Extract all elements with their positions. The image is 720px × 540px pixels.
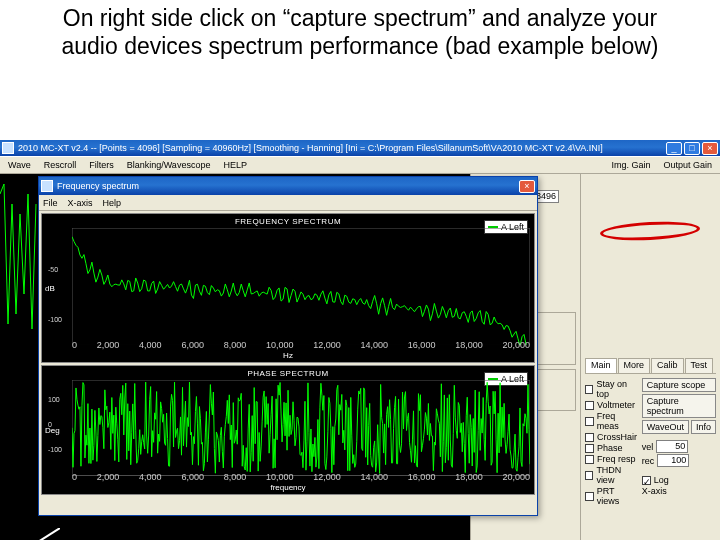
tb-rescroll[interactable]: Rescroll (38, 159, 83, 171)
freq-xlabel: Hz (42, 351, 534, 360)
window-title: 2010 MC-XT v2.4 -- [Points = 4096] [Samp… (18, 143, 666, 153)
freq-chart-title: FREQUENCY SPECTRUM (42, 217, 534, 226)
tb-img-gain[interactable]: Img. Gain (605, 159, 656, 171)
checklist-col: Stay on top Voltmeter Freq meas CrossHai… (585, 378, 638, 507)
popup-titlebar: Frequency spectrum × (39, 177, 537, 195)
phase-chart: PHASE SPECTRUM A Left Deg 100 0 -100 02,… (41, 365, 535, 495)
tb-wave[interactable]: Wave (2, 159, 37, 171)
rec-label: rec (642, 456, 655, 466)
freq-ytick-50: -50 (48, 266, 58, 273)
popup-icon (41, 180, 53, 192)
tab-more[interactable]: More (618, 358, 651, 373)
rec-input[interactable]: 100 (657, 454, 689, 467)
tab-main[interactable]: Main (585, 358, 617, 373)
phase-xticks: 02,0004,0006,0008,00010,00012,00014,0001… (72, 472, 530, 482)
app-icon (2, 142, 14, 154)
crosshair-check[interactable] (585, 433, 594, 442)
phase-chart-title: PHASE SPECTRUM (42, 369, 534, 378)
capture-spectrum-button[interactable]: Capture spectrum (642, 394, 716, 418)
tb-help[interactable]: HELP (217, 159, 253, 171)
capture-scope-button[interactable]: Capture scope (642, 378, 716, 392)
popup-title-text: Frequency spectrum (57, 181, 519, 191)
freqmeas-check[interactable] (585, 417, 594, 426)
stayontop-check[interactable] (585, 385, 593, 394)
info-button[interactable]: Info (691, 420, 716, 434)
vel-label: vel (642, 442, 654, 452)
waveout-button[interactable]: WaveOut (642, 420, 689, 434)
log-check[interactable]: ✓ (642, 476, 651, 485)
tb-output-gain[interactable]: Output Gain (657, 159, 718, 171)
phase-check[interactable] (585, 444, 594, 453)
thdn-label: THDN view (596, 465, 637, 485)
tab-test[interactable]: Test (685, 358, 714, 373)
freqresp-check[interactable] (585, 455, 594, 464)
popup-menu-help[interactable]: Help (103, 198, 122, 208)
popup-menu: File X-axis Help (39, 195, 537, 211)
slide-title: On right side click on “capture spectrum… (0, 0, 720, 60)
popup-close-button[interactable]: × (519, 180, 535, 193)
minimize-button[interactable]: _ (666, 142, 682, 155)
prt-check[interactable] (585, 492, 594, 501)
voltmeter-label: Voltmeter (597, 400, 635, 410)
freq-ytick-100: -100 (48, 316, 62, 323)
phase-plot-svg (72, 380, 530, 476)
phase-ytick-0: 0 (48, 421, 52, 428)
phase-ytick-100: 100 (48, 396, 60, 403)
tb-filters[interactable]: Filters (83, 159, 120, 171)
stayontop-label: Stay on top (596, 379, 637, 399)
right-tabs: Main More Calib Test (585, 358, 716, 374)
phase-xlabel: frequency (42, 483, 534, 492)
main-toolbar: Wave Rescroll Filters Blanking/Wavescope… (0, 156, 720, 174)
xaxis-label: X-axis (642, 486, 667, 496)
buttons-col: Capture scope Capture spectrum WaveOut I… (642, 378, 716, 507)
tab-calib[interactable]: Calib (651, 358, 684, 373)
prt-label: PRT views (597, 486, 638, 506)
close-button[interactable]: × (702, 142, 718, 155)
freqmeas-label: Freq meas (597, 411, 638, 431)
phase-ytick-n100: -100 (48, 446, 62, 453)
maximize-button[interactable]: □ (684, 142, 700, 155)
phase-label: Phase (597, 443, 623, 453)
vel-input[interactable]: 50 (656, 440, 688, 453)
freq-xticks: 02,0004,0006,0008,00010,00012,00014,0001… (72, 340, 530, 350)
log-label: Log (654, 475, 669, 485)
popup-menu-file[interactable]: File (43, 198, 58, 208)
voltmeter-check[interactable] (585, 401, 594, 410)
right-panel: Main More Calib Test Stay on top Voltmet… (580, 174, 720, 540)
crosshair-label: CrossHair (597, 432, 637, 442)
freq-ylabel: dB (45, 284, 55, 293)
spectrum-popup: Frequency spectrum × File X-axis Help FR… (38, 176, 538, 516)
bg-slope-area (0, 528, 470, 540)
freq-plot-svg (72, 228, 530, 345)
freqresp-label: Freq resp (597, 454, 636, 464)
freq-chart: FREQUENCY SPECTRUM A Left dB -50 -100 02… (41, 213, 535, 363)
tb-blanking[interactable]: Blanking/Wavescope (121, 159, 217, 171)
main-titlebar: 2010 MC-XT v2.4 -- [Points = 4096] [Samp… (0, 140, 720, 156)
thdn-check[interactable] (585, 471, 593, 480)
popup-menu-xaxis[interactable]: X-axis (68, 198, 93, 208)
